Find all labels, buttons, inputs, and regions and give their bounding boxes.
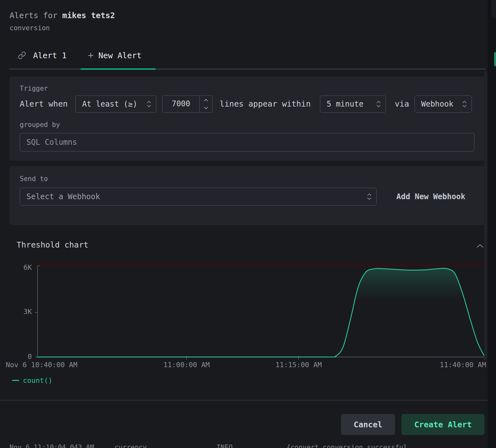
tab-new-alert-label: New Alert	[98, 51, 141, 60]
grouped-by-label: grouped by	[20, 121, 60, 129]
comparison-select[interactable]: At least (≥)	[75, 95, 156, 113]
chevron-down-icon	[204, 107, 208, 110]
chevron-updown-icon	[462, 100, 467, 108]
log-service: currency	[115, 444, 147, 448]
y-axis-tick-label: 3K	[13, 308, 32, 316]
threshold-input[interactable]: 7000	[162, 95, 213, 113]
background-card-corner	[492, 0, 496, 18]
channel-select[interactable]: Webhook	[415, 95, 472, 113]
log-timestamp: Nov 6 11:10:04.043 AM	[10, 444, 94, 448]
webhook-select[interactable]: Select a Webhook	[20, 188, 377, 206]
plus-icon: +	[88, 51, 94, 60]
footer-divider	[0, 400, 488, 401]
threshold-chart-title: Threshold chart	[17, 240, 89, 249]
x-axis-tick-label: Nov 6 10:40:00 AM	[6, 361, 77, 369]
link-icon	[18, 51, 26, 60]
chevron-up-icon	[476, 243, 484, 248]
log-level: INFO	[216, 444, 233, 448]
add-new-webhook-button[interactable]: Add New Webhook	[396, 188, 465, 206]
legend-dash	[12, 380, 19, 381]
cancel-button[interactable]: Cancel	[341, 414, 395, 435]
title-prefix: Alerts for	[10, 11, 62, 20]
stepper-down-button[interactable]	[200, 104, 212, 112]
x-axis-tick-label: 11:00:00 AM	[163, 361, 210, 369]
tab-alert-1[interactable]: Alert 1	[18, 49, 67, 62]
trigger-label: Trigger	[20, 85, 48, 92]
page-title: Alerts for mikes tets2	[10, 11, 115, 20]
send-to-label: Send to	[20, 175, 48, 183]
grouped-by-input[interactable]	[20, 133, 474, 151]
channel-value: Webhook	[421, 100, 453, 108]
chevron-updown-icon	[367, 192, 372, 201]
chart-legend: count()	[12, 376, 53, 384]
trigger-section: Trigger Alert when At least (≥) 7000 lin…	[10, 76, 485, 161]
chevron-updown-icon	[376, 100, 381, 108]
send-to-section: Send to Select a Webhook Add New Webhook	[10, 166, 485, 225]
tab-alert-1-label: Alert 1	[33, 51, 67, 60]
y-axis-tick-label: 6K	[13, 264, 32, 271]
webhook-select-placeholder: Select a Webhook	[26, 192, 100, 201]
log-message: {convert conversion successful	[287, 444, 407, 448]
chevron-up-icon	[204, 98, 208, 102]
legend-series-label: count()	[23, 376, 53, 384]
threshold-stepper	[199, 96, 212, 112]
stepper-up-button[interactable]	[200, 96, 212, 104]
lines-appear-text: lines appear within	[220, 95, 311, 113]
scrollbar-thumb[interactable]	[484, 71, 487, 359]
alert-when-text: Alert when	[20, 95, 68, 113]
background-green-fragment	[494, 52, 496, 66]
comparison-value: At least (≥)	[82, 100, 137, 108]
page-subtitle: conversion	[10, 24, 50, 32]
threshold-band	[38, 263, 485, 266]
threshold-value: 7000	[163, 96, 199, 112]
window-value: 5 minute	[327, 100, 364, 108]
x-axis-tick-label: 11:15:00 AM	[275, 361, 322, 369]
x-axis-tick-label: 11:40:00 AM	[440, 361, 486, 369]
title-dataset: mikes tets2	[62, 11, 115, 20]
threshold-chart-svg	[0, 261, 496, 369]
window-select[interactable]: 5 minute	[320, 95, 386, 113]
background-page-strip	[488, 0, 496, 448]
create-alert-button[interactable]: Create Alert	[401, 414, 485, 435]
chevron-updown-icon	[146, 100, 152, 108]
series-area	[38, 268, 485, 357]
via-text: via	[395, 95, 409, 113]
y-axis-tick-label: 0	[13, 353, 32, 360]
active-tab-indicator	[81, 68, 156, 70]
tab-new-alert[interactable]: + New Alert	[88, 49, 142, 62]
background-log-row: Nov 6 11:10:04.043 AM currency INFO {con…	[0, 440, 496, 448]
